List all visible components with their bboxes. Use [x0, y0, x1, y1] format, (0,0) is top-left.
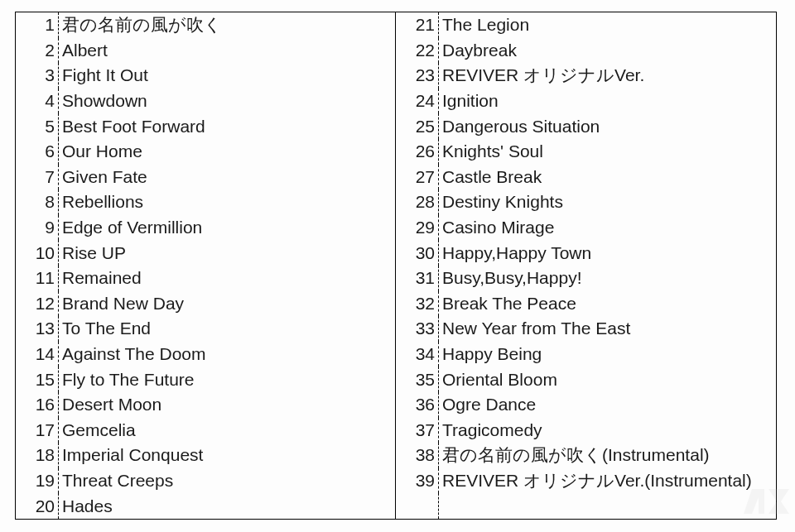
track-number: 6: [16, 139, 59, 165]
table-row: 13To The End: [16, 316, 396, 342]
track-number: 32: [396, 291, 439, 317]
track-title: Gemcelia: [59, 418, 396, 443]
track-title: Brand New Day: [59, 291, 396, 317]
table-row: 5Best Foot Forward: [16, 113, 396, 139]
track-number: 12: [16, 291, 59, 317]
track-title: Desert Moon: [59, 392, 396, 418]
table-row: 35Oriental Bloom: [396, 367, 776, 392]
track-number: 10: [16, 240, 59, 266]
track-number: 18: [16, 443, 59, 468]
track-number: 13: [16, 316, 59, 342]
track-number: 24: [396, 89, 439, 114]
table-row: 25Dangerous Situation: [396, 113, 776, 139]
table-row: 12Brand New Day: [16, 291, 396, 317]
right-column: 21The Legion22Daybreak23REVIVER オリジナルVer…: [396, 12, 776, 519]
table-row: 24Ignition: [396, 89, 776, 114]
table-row: 30Happy,Happy Town: [396, 240, 776, 266]
table-row: 38君の名前の風が吹く(Instrumental): [396, 443, 776, 468]
track-title: REVIVER オリジナルVer.: [439, 63, 776, 89]
track-title: Casino Mirage: [439, 215, 776, 241]
table-row: [396, 493, 776, 519]
track-title: Given Fate: [59, 165, 396, 190]
track-number: 16: [16, 392, 59, 418]
track-title: Break The Peace: [439, 291, 776, 317]
table-row: 34Happy Being: [396, 342, 776, 367]
track-title: New Year from The East: [439, 316, 776, 342]
track-number: 4: [16, 89, 59, 114]
track-number: 20: [16, 493, 59, 519]
track-number: 15: [16, 367, 59, 392]
track-title: Against The Doom: [59, 342, 396, 367]
table-row: 7Given Fate: [16, 165, 396, 190]
track-number: 2: [16, 38, 59, 64]
track-title: Best Foot Forward: [59, 113, 396, 139]
track-title: To The End: [59, 316, 396, 342]
table-row: 4Showdown: [16, 89, 396, 114]
track-number: 25: [396, 113, 439, 139]
track-number: 35: [396, 367, 439, 392]
left-column: 1君の名前の風が吹く2Albert3Fight It Out4Showdown5…: [16, 12, 396, 519]
table-row: 27Castle Break: [396, 165, 776, 190]
track-number: 26: [396, 139, 439, 165]
track-title: Fight It Out: [59, 63, 396, 89]
table-row: 31Busy,Busy,Happy!: [396, 266, 776, 291]
table-row: 22Daybreak: [396, 38, 776, 64]
track-number: 8: [16, 189, 59, 215]
table-row: 17Gemcelia: [16, 418, 396, 443]
track-title: The Legion: [439, 12, 776, 38]
track-title: Threat Creeps: [59, 468, 396, 494]
track-number: [396, 493, 439, 519]
table-row: 9Edge of Vermillion: [16, 215, 396, 241]
table-row: 33New Year from The East: [396, 316, 776, 342]
track-title: REVIVER オリジナルVer.(Instrumental): [439, 468, 776, 494]
table-row: 20Hades: [16, 493, 396, 519]
track-title: Ogre Dance: [439, 392, 776, 418]
track-number: 21: [396, 12, 439, 38]
track-number: 36: [396, 392, 439, 418]
track-number: 9: [16, 215, 59, 241]
table-row: 32Break The Peace: [396, 291, 776, 317]
table-row: 36Ogre Dance: [396, 392, 776, 418]
table-row: 15Fly to The Future: [16, 367, 396, 392]
track-title: Edge of Vermillion: [59, 215, 396, 241]
table-row: 14Against The Doom: [16, 342, 396, 367]
track-title: Hades: [59, 493, 396, 519]
track-number: 22: [396, 38, 439, 64]
track-title: Dangerous Situation: [439, 113, 776, 139]
table-row: 18Imperial Conquest: [16, 443, 396, 468]
table-row: 6Our Home: [16, 139, 396, 165]
track-title: Remained: [59, 266, 396, 291]
track-title: Rise UP: [59, 240, 396, 266]
table-row: 11Remained: [16, 266, 396, 291]
table-row: 39REVIVER オリジナルVer.(Instrumental): [396, 468, 776, 494]
track-title: Destiny Knights: [439, 189, 776, 215]
table-row: 16Desert Moon: [16, 392, 396, 418]
table-row: 19Threat Creeps: [16, 468, 396, 494]
table-row: 26Knights' Soul: [396, 139, 776, 165]
table-row: 3Fight It Out: [16, 63, 396, 89]
track-title: Tragicomedy: [439, 418, 776, 443]
table-row: 1君の名前の風が吹く: [16, 12, 396, 38]
track-title: Knights' Soul: [439, 139, 776, 165]
table-row: 29Casino Mirage: [396, 215, 776, 241]
table-row: 21The Legion: [396, 12, 776, 38]
track-title: Busy,Busy,Happy!: [439, 266, 776, 291]
track-title: 君の名前の風が吹く: [59, 12, 396, 38]
track-number: 19: [16, 468, 59, 494]
track-number: 1: [16, 12, 59, 38]
table-row: 8Rebellions: [16, 189, 396, 215]
track-number: 30: [396, 240, 439, 266]
track-title: [439, 493, 776, 519]
track-title: Our Home: [59, 139, 396, 165]
track-title: Albert: [59, 38, 396, 64]
track-table: 1君の名前の風が吹く2Albert3Fight It Out4Showdown5…: [15, 12, 777, 520]
track-number: 39: [396, 468, 439, 494]
track-title: Ignition: [439, 89, 776, 114]
track-number: 5: [16, 113, 59, 139]
track-number: 37: [396, 418, 439, 443]
track-number: 27: [396, 165, 439, 190]
track-title: Showdown: [59, 89, 396, 114]
track-number: 23: [396, 63, 439, 89]
track-title: Happy,Happy Town: [439, 240, 776, 266]
track-title: Happy Being: [439, 342, 776, 367]
